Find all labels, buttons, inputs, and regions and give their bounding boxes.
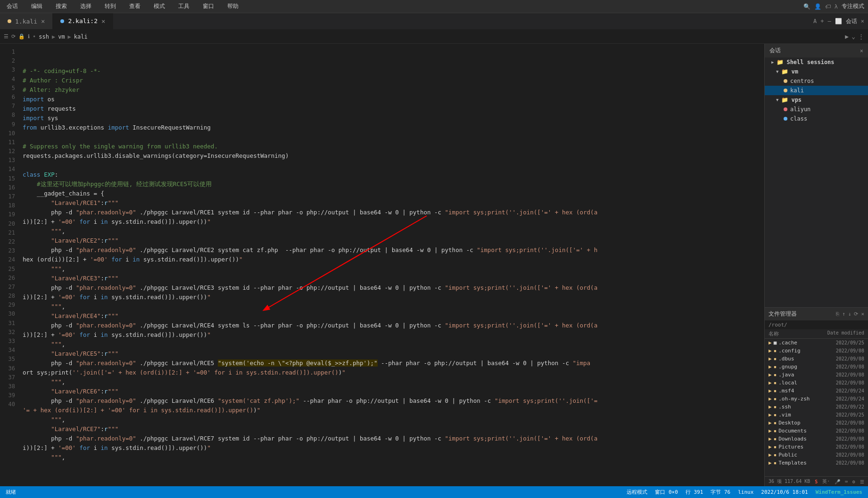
lock-icon: 🔒 (18, 33, 25, 40)
menu-session[interactable]: 会话 (4, 1, 21, 11)
menu-icon-2[interactable]: ☰ (860, 479, 864, 484)
keyboard-icon: ⌨ (845, 479, 848, 484)
vm-folder[interactable]: ▼ 📁 vm (765, 67, 868, 76)
file-documents-date: 2022/09/08 (827, 428, 864, 433)
file-download-icon[interactable]: ↓ (848, 311, 851, 317)
code-editor[interactable]: 12345 678910 1112131415 1617181920 21222… (0, 44, 764, 486)
tab-minimize-button[interactable]: — (828, 18, 831, 24)
tab-2kali[interactable]: 2.kali:2 × (53, 13, 113, 29)
file-item-documents[interactable]: ▶ ▪ Documents 2022/09/08 (765, 427, 868, 435)
path-icon-group: ☰ ⟳ 🔒 ℹ (4, 33, 30, 40)
session-panel-header[interactable]: 会话 × (765, 44, 868, 57)
vm-centros-item[interactable]: centros (765, 76, 868, 86)
centros-dot (784, 79, 787, 83)
file-manager-panel: 文件管理器 ⎘ ↑ ↓ ⟳ × /root/ 名称 Date modified … (765, 307, 868, 486)
line-numbers: 12345 678910 1112131415 1617181920 21222… (0, 44, 19, 486)
path-more-icon[interactable]: ⋮ (858, 33, 864, 40)
menu-edit[interactable]: 编辑 (28, 1, 45, 11)
vm-kali-item[interactable]: kali (765, 86, 868, 95)
menu-goto[interactable]: 转到 (102, 1, 119, 11)
file-item-pictures[interactable]: ▶ ▪ Pictures 2022/09/08 (765, 443, 868, 451)
folder-msf4-icon: ▶ (769, 388, 772, 394)
file-item-gnupg[interactable]: ▶ ▪ .gnupg 2022/09/08 (765, 363, 868, 371)
file-item-downloads[interactable]: ▶ ▪ Downloads 2022/09/08 (765, 435, 868, 443)
tab-2-close[interactable]: × (101, 17, 105, 25)
status-window[interactable]: 窗口 0×0 (653, 489, 680, 496)
info-icon[interactable]: ℹ (28, 33, 30, 40)
vps-aliyun-item[interactable]: aliyun (765, 105, 868, 114)
session-panel-icon[interactable]: 会话 (846, 17, 857, 25)
vps-icon: 📁 (781, 97, 788, 103)
tab-split-button[interactable]: ⬜ (835, 18, 842, 24)
menu-help[interactable]: 帮助 (224, 1, 241, 11)
status-chars: 字节 76 (709, 489, 732, 496)
status-remote-mode[interactable]: 远程模式 (625, 489, 649, 496)
file-documents-label: Documents (778, 428, 807, 434)
tab-add-button[interactable]: + (820, 18, 824, 24)
file-item-dbus[interactable]: ▶ ▪ .dbus 2022/09/08 (765, 355, 868, 363)
path-collapse-icon[interactable]: ⌄ (851, 33, 855, 40)
menu-select[interactable]: 选择 (77, 1, 94, 11)
hamburger-icon[interactable]: ☰ (4, 33, 8, 40)
menubar: 会话 编辑 搜索 选择 转到 查看 模式 工具 窗口 帮助 🔍 👤 🏷 λ 专注… (0, 0, 868, 13)
path-arrow-2: ▶ (68, 33, 71, 40)
path-ssh[interactable]: ssh (39, 33, 49, 40)
file-close-icon[interactable]: × (861, 311, 864, 317)
code-area[interactable]: # -*- coding=utf-8 -*- # Author : Crispr… (19, 44, 764, 486)
file-item-templates[interactable]: ▶ ▪ Templates 2022/09/08 (765, 459, 868, 467)
tab-1kali[interactable]: 1.kali × (0, 13, 53, 29)
file-item-desktop[interactable]: ▶ ▪ Desktop 2022/09/08 (765, 419, 868, 427)
menu-tools[interactable]: 工具 (175, 1, 192, 11)
file-upload-icon[interactable]: ↑ (842, 311, 845, 317)
file-msf4-date: 2022/09/24 (827, 388, 864, 393)
path-expand-icon[interactable]: ▶ (845, 33, 849, 40)
menu-search[interactable]: 搜索 (53, 1, 70, 11)
class-label: class (790, 115, 807, 122)
folder-desktop-icon: ▶ (769, 420, 772, 426)
tab-1-close[interactable]: × (41, 17, 45, 25)
path-kali[interactable]: kali (74, 33, 88, 40)
file-config-date: 2022/09/08 (827, 348, 864, 353)
file-gnupg-dot: ▪ (774, 364, 777, 370)
file-templates-label: Templates (778, 460, 807, 466)
vps-folder[interactable]: ▼ 📁 vps (765, 95, 868, 105)
file-item-ssh[interactable]: ▶ ▪ .ssh 2022/09/22 (765, 403, 868, 411)
shell-sessions-folder[interactable]: ▶ 📁 Shell sessions (765, 57, 868, 67)
path-vm[interactable]: vm (58, 33, 65, 40)
menu-mode[interactable]: 模式 (151, 1, 168, 11)
file-copy-icon[interactable]: ⎘ (836, 311, 839, 317)
search-icon[interactable]: 🔍 (803, 3, 810, 10)
aliyun-dot (784, 107, 787, 111)
file-item-cache[interactable]: ▶ ■ .cache 2022/09/25 (765, 339, 868, 347)
file-item-vim[interactable]: ▶ ▪ .vim 2022/09/25 (765, 411, 868, 419)
session-panel: 会话 × ▶ 📁 Shell sessions ▼ 📁 vm cen (765, 44, 868, 307)
menu-view[interactable]: 查看 (126, 1, 143, 11)
file-item-msf4[interactable]: ▶ ▪ .msf4 2022/09/24 (765, 387, 868, 395)
file-refresh-icon[interactable]: ⟳ (854, 311, 858, 317)
file-msf4-label: .msf4 (778, 388, 794, 394)
file-item-java[interactable]: ▶ ▪ .java 2022/09/08 (765, 371, 868, 379)
file-ssh-dot: ▪ (774, 404, 777, 410)
folder-java-icon: ▶ (769, 372, 772, 378)
path-arrow-1: ▶ (52, 33, 55, 40)
session-close-icon[interactable]: × (860, 48, 863, 54)
close-panel-button[interactable]: × (861, 18, 864, 24)
file-item-public[interactable]: ▶ ▪ Public 2022/09/08 (765, 451, 868, 459)
main-layout: 12345 678910 1112131415 1617181920 21222… (0, 44, 868, 486)
status-linux[interactable]: linux (736, 489, 755, 495)
folder-dbus-icon: ▶ (769, 356, 772, 362)
windterm-label[interactable]: WindTerm_1ssues (814, 489, 864, 495)
refresh-icon[interactable]: ⟳ (11, 33, 16, 40)
status-right: 远程模式 窗口 0×0 行 391 字节 76 linux 2022/10/6 … (625, 489, 864, 496)
file-local-dot: ▪ (774, 380, 777, 386)
mode-label[interactable]: 专注模式 (842, 2, 864, 10)
vps-class-item[interactable]: class (765, 114, 868, 123)
file-item-local[interactable]: ▶ ▪ .local 2022/09/08 (765, 379, 868, 387)
lambda-icon: λ (835, 3, 838, 10)
tab-2-label: 2.kali:2 (68, 17, 98, 24)
settings-icon[interactable]: ⚙ (852, 479, 855, 484)
file-item-ohmyzsh[interactable]: ▶ ▪ .oh-my-zsh 2022/09/24 (765, 395, 868, 403)
file-config-label: .config (778, 348, 800, 354)
file-item-config[interactable]: ▶ ▪ .config 2022/09/08 (765, 347, 868, 355)
menu-window[interactable]: 窗口 (200, 1, 217, 11)
